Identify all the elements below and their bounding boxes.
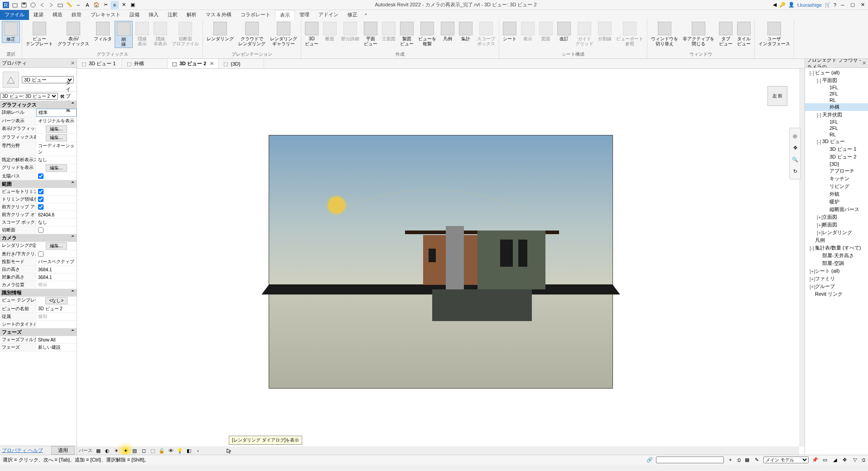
viewcube[interactable]: 左 前 (764, 82, 791, 110)
ribbon-フィルタ[interactable]: フィルタ (92, 21, 114, 42)
visual-style-icon[interactable]: ◐ (104, 447, 111, 454)
undo-icon[interactable] (38, 1, 46, 9)
select-links-icon[interactable]: 🔗 (646, 457, 653, 464)
prop-value[interactable] (36, 203, 77, 211)
prop-group-フェーズ[interactable]: フェーズ⌃ (0, 328, 77, 336)
prop-value[interactable]: なし (36, 219, 77, 226)
ribbon-クラウドで-レンダリング[interactable]: クラウドでレンダリング (236, 21, 267, 47)
prop-group-カメラ[interactable]: カメラ⌃ (0, 234, 77, 242)
tree-node-外観[interactable]: 外観 (805, 190, 868, 198)
redo-icon[interactable] (47, 1, 55, 9)
maximize-button[interactable]: ▢ (849, 2, 856, 8)
prop-value[interactable]: 編集... (36, 125, 77, 133)
tree-node-断面図[interactable]: [+]断面図 (805, 221, 868, 229)
revit-logo[interactable]: R (2, 1, 10, 9)
sync-icon[interactable] (29, 1, 37, 9)
measure-icon[interactable]: 📏 (65, 1, 73, 9)
tree-node-3D ビュー[interactable]: [-]3D ビュー (805, 138, 868, 145)
default3d-icon[interactable]: 🏠 (92, 1, 101, 9)
prop-value[interactable]: 82404.8 (36, 211, 77, 218)
select-pinned-icon[interactable]: 📌 (811, 457, 819, 464)
scale-icon[interactable]: ⌖ (727, 457, 734, 464)
tree-node-凡例[interactable]: 凡例 (805, 236, 868, 244)
tree-node-グループ[interactable]: [+]グループ (805, 283, 868, 290)
tab-マス & 外構[interactable]: マス & 外構 (201, 10, 236, 20)
reveal-hidden-icon[interactable]: 💡 (177, 447, 183, 454)
worksets-icon[interactable]: ▦ (743, 457, 751, 464)
lock3d-icon[interactable]: 🔒 (159, 447, 165, 454)
ribbon-非アクティブを-閉じる[interactable]: 非アクティブを閉じる (681, 21, 716, 47)
ribbon-製図-ビュー[interactable]: 製図ビュー (398, 21, 415, 47)
tree-node-Revit リンク[interactable]: Revit リンク (805, 290, 868, 298)
prop-value[interactable]: <なし> (36, 297, 77, 305)
ribbon-3D-ビュー[interactable]: 3Dビュー (303, 21, 320, 47)
tree-node-2FL[interactable]: 2FL (805, 125, 868, 131)
tree-node-ビュー (all)[interactable]: [-]ビュー (all) (805, 69, 868, 77)
orbit-icon[interactable]: ↻ (790, 165, 800, 177)
browser-close-icon[interactable]: ✕ (862, 60, 866, 66)
minimize-button[interactable]: ─ (839, 2, 846, 8)
zoom-icon[interactable]: 🔍 (790, 154, 800, 165)
view-scale[interactable]: パース (79, 447, 92, 454)
prop-value[interactable]: 編集... (36, 242, 77, 250)
thinlines-icon[interactable]: ≡ (111, 1, 119, 9)
close-hidden-icon[interactable]: ✕ (120, 1, 128, 9)
select-face-icon[interactable]: ◢ (831, 457, 839, 464)
tree-node-外構[interactable]: 外構 (805, 103, 868, 111)
viewport-scrollbar-v[interactable] (799, 69, 805, 447)
sun-icon[interactable] (328, 197, 345, 214)
drag-icon[interactable]: ✥ (841, 457, 849, 464)
tree-node-アプローチ[interactable]: アプローチ (805, 167, 868, 175)
properties-close-icon[interactable]: ✕ (71, 60, 75, 66)
ribbon-タイル-ビュー[interactable]: タイルビュー (735, 21, 752, 47)
tree-node-平面図[interactable]: [-]平面図 (805, 77, 868, 84)
prop-value[interactable] (36, 196, 77, 203)
tab-コラボレート[interactable]: コラボレート (236, 10, 275, 20)
shadows-icon[interactable]: ▧ (131, 447, 138, 454)
prop-group-識別情報[interactable]: 識別情報⌃ (0, 289, 77, 297)
section-icon[interactable]: ✂ (101, 1, 110, 9)
prop-value[interactable] (36, 173, 77, 180)
tree-node-リビング[interactable]: リビング (805, 183, 868, 190)
tree-toggle[interactable]: [+] (817, 215, 821, 220)
tree-node-{3D}[interactable]: {3D} (805, 161, 868, 167)
detail-level-icon[interactable]: ▦ (95, 447, 101, 454)
tree-toggle[interactable]: [-] (810, 70, 814, 76)
open-icon[interactable] (11, 1, 19, 9)
text-icon[interactable]: A (83, 1, 92, 9)
steering-wheel-icon[interactable]: ◎ (790, 130, 800, 142)
render-dialog-icon[interactable]: ✦ (122, 447, 129, 454)
tree-toggle[interactable]: [+] (817, 222, 821, 228)
tree-toggle[interactable]: [-] (817, 78, 821, 83)
prop-value[interactable]: 標準 (36, 109, 77, 117)
ribbon-シート[interactable]: シート (501, 21, 518, 42)
tab-修正[interactable]: 修正 (343, 10, 362, 20)
view-tab-3D ビュー 2[interactable]: ⬚3D ビュー 2✕ (168, 59, 219, 68)
favorite-icon[interactable]: 🛒 (825, 2, 831, 8)
tree-toggle[interactable]: [-] (817, 112, 821, 118)
user-icon[interactable]: 👤 (788, 2, 795, 8)
tree-node-部屋-天井高さ[interactable]: 部屋-天井高さ (805, 252, 868, 260)
building-model[interactable] (387, 226, 550, 326)
apply-button[interactable]: 適用 (51, 446, 75, 455)
tree-node-部屋-空調[interactable]: 部屋-空調 (805, 260, 868, 267)
temp-hide-icon[interactable]: 👁 (168, 447, 174, 454)
tree-node-集計表/数量 (すべて)[interactable]: [-]集計表/数量 (すべて) (805, 244, 868, 252)
tab-構造[interactable]: 構造 (48, 10, 67, 20)
ribbon-minimize-icon[interactable]: ▫ (362, 10, 369, 20)
crop-region-icon[interactable]: ⬚ (149, 447, 156, 454)
editable-only-icon[interactable]: ✎ (753, 457, 761, 464)
back-nav-icon[interactable]: ‹ (195, 447, 201, 454)
ribbon-レンダリング-ギャラリー[interactable]: レンダリングギャラリー (268, 21, 299, 47)
viewport[interactable]: 左 前 ◎ ✥ 🔍 ↻ [レンダリング ダイアログ]を表示 パース ▦ ◐ ☀ … (77, 69, 805, 455)
ribbon-ユーザ-インタフェース[interactable]: ユーザインタフェース (757, 21, 792, 47)
prop-value[interactable]: 3684.1 (36, 274, 77, 281)
tree-toggle[interactable]: [-] (810, 245, 814, 251)
pan-icon[interactable]: ✥ (790, 142, 800, 154)
back-icon[interactable]: ◀ (773, 2, 776, 8)
tree-node-ファミリ[interactable]: [+]ファミリ (805, 275, 868, 283)
align-icon[interactable]: ↔ (74, 1, 82, 9)
tab-解析[interactable]: 解析 (182, 10, 201, 20)
ribbon-改訂[interactable]: 改訂 (555, 21, 573, 42)
tree-node-天井伏図[interactable]: [-]天井伏図 (805, 111, 868, 119)
